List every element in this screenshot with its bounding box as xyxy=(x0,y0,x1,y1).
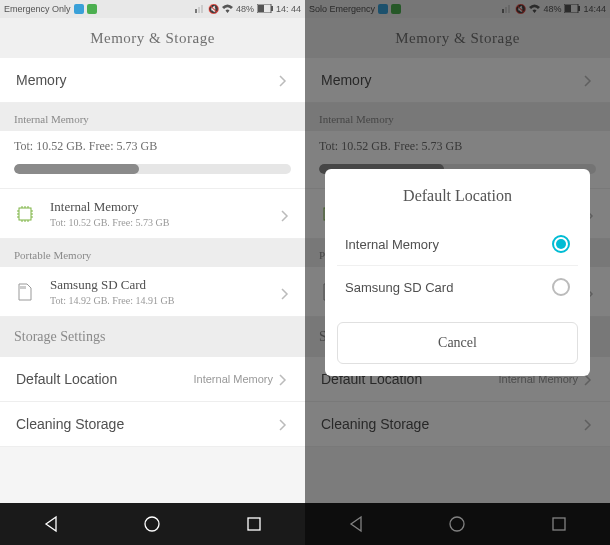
back-button[interactable] xyxy=(345,513,367,535)
notif-icon xyxy=(378,4,388,14)
row-label: Cleaning Storage xyxy=(16,416,279,432)
memory-label: Memory xyxy=(16,72,279,88)
section-storage-settings: Storage Settings xyxy=(0,317,305,357)
signal-icon xyxy=(195,3,205,15)
cleaning-storage-row[interactable]: Cleaning Storage xyxy=(305,402,610,447)
default-location-dialog: Default Location Internal Memory Samsung… xyxy=(325,169,590,376)
status-bar: Solo Emergency 🔇 48% 14:44 xyxy=(305,0,610,18)
battery-pct: 48% xyxy=(543,4,561,14)
chevron-right-icon xyxy=(584,418,594,430)
recent-button[interactable] xyxy=(243,513,265,535)
item-title: Internal Memory xyxy=(50,199,281,215)
page-title: Memory & Storage xyxy=(0,18,305,58)
svg-rect-26 xyxy=(508,5,510,13)
option-label: Internal Memory xyxy=(345,237,439,252)
memory-label: Memory xyxy=(321,72,584,88)
internal-memory-item[interactable]: Internal Memory Tot: 10.52 GB. Free: 5.7… xyxy=(0,189,305,239)
memory-row[interactable]: Memory xyxy=(0,58,305,103)
svg-rect-25 xyxy=(505,7,507,13)
notif-icon xyxy=(74,4,84,14)
screen-left: Emergency Only 🔇 48% 14: 44 Memory & Sto… xyxy=(0,0,305,545)
cleaning-storage-row[interactable]: Cleaning Storage xyxy=(0,402,305,447)
clock: 14:44 xyxy=(583,4,606,14)
svg-rect-0 xyxy=(195,9,197,13)
item-sub: Tot: 14.92 GB. Free: 14.91 GB xyxy=(50,295,281,306)
dialog-option-sdcard[interactable]: Samsung SD Card xyxy=(337,266,578,308)
vibrate-icon: 🔇 xyxy=(208,4,219,14)
item-sub: Tot: 10.52 GB. Free: 5.73 GB xyxy=(50,217,281,228)
chevron-right-icon xyxy=(279,418,289,430)
battery-icon xyxy=(564,4,580,15)
svg-rect-2 xyxy=(201,5,203,13)
chevron-right-icon xyxy=(281,286,291,298)
vibrate-icon: 🔇 xyxy=(515,4,526,14)
wifi-icon xyxy=(529,4,540,15)
svg-rect-28 xyxy=(578,6,580,11)
progress-fill xyxy=(14,164,139,174)
back-button[interactable] xyxy=(40,513,62,535)
radio-unselected-icon xyxy=(552,278,570,296)
battery-pct: 48% xyxy=(236,4,254,14)
section-internal: Internal Memory xyxy=(0,103,305,131)
battery-icon xyxy=(257,4,273,15)
dialog-option-internal[interactable]: Internal Memory xyxy=(337,223,578,266)
svg-point-22 xyxy=(145,517,159,531)
home-button[interactable] xyxy=(446,513,468,535)
chevron-right-icon xyxy=(281,208,291,220)
clock: 14: 44 xyxy=(276,4,301,14)
sdcard-item[interactable]: Samsung SD Card Tot: 14.92 GB. Free: 14.… xyxy=(0,267,305,317)
chevron-right-icon xyxy=(279,74,289,86)
signal-icon xyxy=(502,3,512,15)
section-internal: Internal Memory xyxy=(305,103,610,131)
svg-rect-24 xyxy=(502,9,504,13)
svg-rect-4 xyxy=(271,6,273,11)
internal-stats: Tot: 10.52 GB. Free: 5.73 GB xyxy=(0,131,305,158)
section-portable: Portable Memory xyxy=(0,239,305,267)
status-bar: Emergency Only 🔇 48% 14: 44 xyxy=(0,0,305,18)
network-status: Solo Emergency xyxy=(309,4,375,14)
svg-rect-6 xyxy=(19,208,31,220)
memory-row[interactable]: Memory xyxy=(305,58,610,103)
nav-bar xyxy=(0,503,305,545)
sdcard-icon xyxy=(14,281,36,303)
svg-rect-5 xyxy=(258,5,264,12)
notif-icon xyxy=(391,4,401,14)
option-label: Samsung SD Card xyxy=(345,280,453,295)
item-title: Samsung SD Card xyxy=(50,277,281,293)
radio-selected-icon xyxy=(552,235,570,253)
chevron-right-icon xyxy=(279,373,289,385)
chip-icon xyxy=(14,203,36,225)
progress-wrap xyxy=(0,158,305,189)
storage-progress xyxy=(14,164,291,174)
notif-icon xyxy=(87,4,97,14)
chevron-right-icon xyxy=(584,74,594,86)
row-value: Internal Memory xyxy=(194,373,273,385)
svg-rect-32 xyxy=(553,518,565,530)
internal-stats: Tot: 10.52 GB. Free: 5.73 GB xyxy=(305,131,610,158)
page-title: Memory & Storage xyxy=(305,18,610,58)
cancel-button[interactable]: Cancel xyxy=(337,322,578,364)
recent-button[interactable] xyxy=(548,513,570,535)
svg-rect-1 xyxy=(198,7,200,13)
network-status: Emergency Only xyxy=(4,4,71,14)
wifi-icon xyxy=(222,4,233,15)
home-button[interactable] xyxy=(141,513,163,535)
svg-point-31 xyxy=(450,517,464,531)
nav-bar xyxy=(305,503,610,545)
default-location-row[interactable]: Default Location Internal Memory xyxy=(0,357,305,402)
svg-rect-23 xyxy=(248,518,260,530)
svg-rect-29 xyxy=(565,5,571,12)
row-label: Cleaning Storage xyxy=(321,416,584,432)
row-label: Default Location xyxy=(16,371,194,387)
dialog-title: Default Location xyxy=(337,187,578,205)
